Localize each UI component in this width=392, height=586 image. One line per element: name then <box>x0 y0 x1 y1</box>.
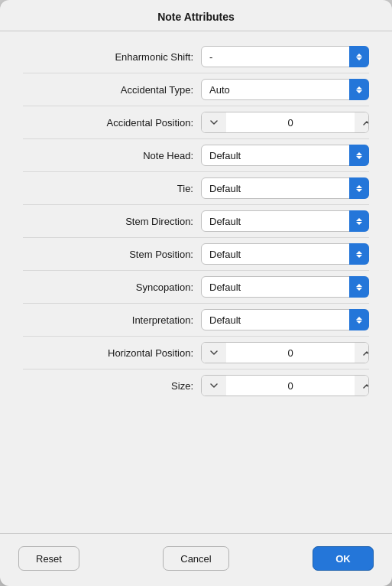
chevron-down-icon <box>210 350 218 356</box>
form-row-tie: Tie:DefaultUpDownNone <box>23 172 369 205</box>
select-accidental-type[interactable]: AutoNoneSharpFlatNatural <box>201 79 369 100</box>
chevron-up-icon <box>363 383 369 389</box>
select-stem-direction[interactable]: DefaultUpDownNone <box>201 210 369 232</box>
select-interpretation[interactable]: DefaultNormalStaccatoTenuto <box>201 309 369 330</box>
stepper-decrement-size[interactable] <box>202 376 226 396</box>
label-enharmonic-shift: Enharmonic Shift: <box>71 51 193 63</box>
dialog-title: Note Attributes <box>0 0 392 31</box>
chevron-down-icon <box>210 120 218 125</box>
label-tie: Tie: <box>71 183 193 194</box>
label-stem-direction: Stem Direction: <box>71 216 193 227</box>
select-wrapper-stem-direction: DefaultUpDownNone <box>201 210 369 232</box>
select-wrapper-tie: DefaultUpDownNone <box>201 177 369 199</box>
select-stem-position[interactable]: DefaultStandardExtended <box>201 243 369 265</box>
note-attributes-dialog: Note Attributes Enharmonic Shift:-NoneSh… <box>0 0 392 586</box>
select-wrapper-interpretation: DefaultNormalStaccatoTenuto <box>201 309 369 330</box>
select-tie[interactable]: DefaultUpDownNone <box>201 177 369 199</box>
stepper-wrapper-accidental-position <box>201 112 369 133</box>
stepper-wrapper-size <box>201 375 369 396</box>
form-row-accidental-position: Accidental Position: <box>23 106 369 139</box>
select-wrapper-accidental-type: AutoNoneSharpFlatNatural <box>201 79 369 100</box>
select-wrapper-syncopation: DefaultOnOff <box>201 276 369 298</box>
form-row-syncopation: Syncopation:DefaultOnOff <box>23 271 369 304</box>
stepper-value-accidental-position[interactable] <box>226 117 355 129</box>
stepper-increment-horizontal-position[interactable] <box>355 343 369 363</box>
form-row-interpretation: Interpretation:DefaultNormalStaccatoTenu… <box>23 304 369 337</box>
form-row-note-head: Note Head:DefaultNormalXDiamondSquare <box>23 139 369 172</box>
select-note-head[interactable]: DefaultNormalXDiamondSquare <box>201 145 369 166</box>
stepper-decrement-horizontal-position[interactable] <box>202 343 226 363</box>
stepper-increment-size[interactable] <box>355 376 369 396</box>
form-row-size: Size: <box>23 370 369 402</box>
select-wrapper-stem-position: DefaultStandardExtended <box>201 243 369 265</box>
form-row-stem-position: Stem Position:DefaultStandardExtended <box>23 238 369 271</box>
label-stem-position: Stem Position: <box>71 249 193 260</box>
stepper-increment-accidental-position[interactable] <box>355 112 369 132</box>
label-note-head: Note Head: <box>71 150 193 161</box>
form-row-horizontal-position: Horizontal Position: <box>23 337 369 370</box>
stepper-value-size[interactable] <box>226 380 355 392</box>
form-row-stem-direction: Stem Direction:DefaultUpDownNone <box>23 205 369 238</box>
label-syncopation: Syncopation: <box>71 282 193 293</box>
select-syncopation[interactable]: DefaultOnOff <box>201 276 369 298</box>
form-area: Enharmonic Shift:-NoneSharpFlat Accident… <box>0 31 392 533</box>
label-horizontal-position: Horizontal Position: <box>71 347 193 359</box>
chevron-down-icon <box>210 383 218 389</box>
label-accidental-type: Accidental Type: <box>71 84 193 96</box>
chevron-up-icon <box>363 350 369 356</box>
ok-button[interactable]: OK <box>313 546 374 571</box>
stepper-decrement-accidental-position[interactable] <box>202 112 226 132</box>
stepper-wrapper-horizontal-position <box>201 342 369 363</box>
label-interpretation: Interpretation: <box>71 314 193 326</box>
dialog-footer: Reset Cancel OK <box>0 533 392 586</box>
select-wrapper-note-head: DefaultNormalXDiamondSquare <box>201 145 369 166</box>
cancel-button[interactable]: Cancel <box>163 546 228 571</box>
select-enharmonic-shift[interactable]: -NoneSharpFlat <box>201 46 369 67</box>
label-accidental-position: Accidental Position: <box>71 117 193 129</box>
select-wrapper-enharmonic-shift: -NoneSharpFlat <box>201 46 369 67</box>
form-row-enharmonic-shift: Enharmonic Shift:-NoneSharpFlat <box>23 41 369 73</box>
label-size: Size: <box>71 380 193 392</box>
reset-button[interactable]: Reset <box>18 546 79 571</box>
chevron-up-icon <box>363 120 369 125</box>
form-row-accidental-type: Accidental Type:AutoNoneSharpFlatNatural <box>23 73 369 106</box>
stepper-value-horizontal-position[interactable] <box>226 347 355 359</box>
